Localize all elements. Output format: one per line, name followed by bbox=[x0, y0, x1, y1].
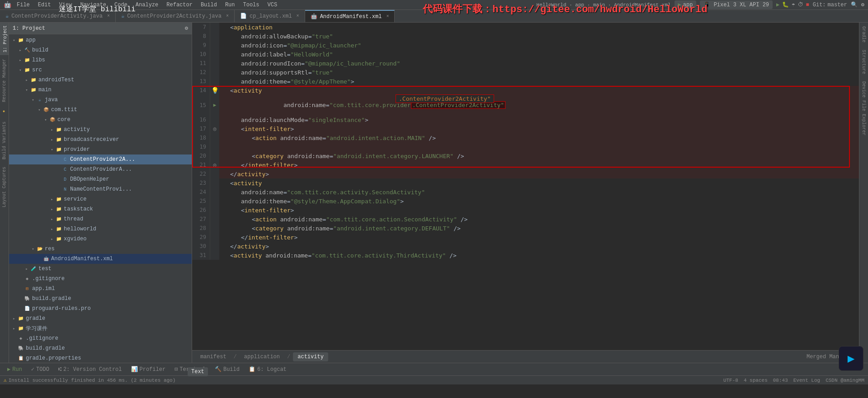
logcat-btn[interactable]: 📋 6: Logcat bbox=[245, 365, 290, 374]
tree-content-provider2[interactable]: ▸ C ContentProvider2A... bbox=[9, 155, 192, 164]
bilibili-button[interactable]: ▶ bbox=[839, 346, 863, 371]
tab-content-provider2-activity[interactable]: ☕ ContentProvider2Activity.java × bbox=[116, 10, 235, 22]
tree-xgvideo[interactable]: ▸ 📁 xgvideo bbox=[9, 234, 192, 244]
sidebar-build-variants[interactable]: Build Variants bbox=[1, 118, 8, 163]
project-tree[interactable]: ▾ 📁 app ▸ 🔨 build ▸ 📁 libs ▾ 📁 src bbox=[9, 34, 192, 363]
tree-activity[interactable]: ▸ 📁 activity bbox=[9, 125, 192, 135]
tree-main[interactable]: ▾ 📁 main bbox=[9, 85, 192, 95]
bottom-tab-activity[interactable]: activity bbox=[293, 352, 328, 361]
tab-close[interactable]: × bbox=[107, 14, 110, 19]
tree-arrow: ▸ bbox=[24, 266, 30, 272]
tree-build[interactable]: ▸ 🔨 build bbox=[9, 45, 192, 55]
code-area[interactable]: .ContentProvider2Activity" 7 <applicatio… bbox=[192, 23, 859, 350]
encoding-label[interactable]: UTF-8 bbox=[723, 378, 738, 383]
git-branch[interactable]: master bbox=[828, 2, 847, 8]
tree-android-test[interactable]: ▸ 📁 androidTest bbox=[9, 75, 192, 85]
tree-build-gradle[interactable]: ▸ 🐘 build.gradle bbox=[9, 294, 192, 304]
tab-cp-layout[interactable]: 📄 cp_layout.xml × bbox=[235, 10, 305, 22]
code-text: android:launchMode="singleInstance"> bbox=[223, 117, 368, 123]
indent-label[interactable]: 4 spaces bbox=[744, 378, 768, 383]
tree-content-provider[interactable]: ▸ C ContentProviderA... bbox=[9, 164, 192, 174]
code-editor[interactable]: .ContentProvider2Activity" 7 <applicatio… bbox=[192, 23, 859, 363]
tab-close[interactable]: × bbox=[297, 14, 299, 19]
tree-gitignore-root[interactable]: ▸ ◈ .gitignore bbox=[9, 333, 192, 343]
tree-src[interactable]: ▾ 📁 src bbox=[9, 65, 192, 75]
sidebar-project[interactable]: 1: Project bbox=[0, 23, 9, 55]
tree-thread[interactable]: ▸ 📁 thread bbox=[9, 214, 192, 224]
build-label: Build bbox=[223, 366, 240, 373]
event-log-label[interactable]: Event Log bbox=[793, 378, 820, 383]
sidebar-gradle[interactable]: Gradle bbox=[860, 23, 867, 46]
tree-name-content-provider[interactable]: ▸ N NameContentProvi... bbox=[9, 184, 192, 194]
code-line-16: 16 android:launchMode="singleInstance"> bbox=[192, 115, 859, 124]
profiler-btn[interactable]: 📊 Profiler bbox=[127, 365, 170, 374]
menu-code[interactable]: Code bbox=[111, 1, 131, 9]
tree-android-manifest[interactable]: ▸ 🤖 AndroidManifest.xml bbox=[9, 254, 192, 264]
tree-com-ttit[interactable]: ▾ 📦 com.ttit bbox=[9, 105, 192, 115]
tree-libs[interactable]: ▸ 📁 libs bbox=[9, 55, 192, 65]
menu-refactor[interactable]: Refactor bbox=[163, 1, 196, 9]
profile-button[interactable]: ⏱ bbox=[798, 1, 803, 8]
tree-provider[interactable]: ▾ 📁 provider bbox=[9, 145, 192, 155]
todo-btn[interactable]: ✓ TODO bbox=[28, 365, 53, 374]
tree-app-iml[interactable]: ▸ ⊞ app.iml bbox=[9, 284, 192, 294]
search-icon[interactable]: 🔍 bbox=[851, 1, 858, 8]
menu-run[interactable]: Run bbox=[222, 1, 239, 9]
text-tab-btn[interactable]: Text bbox=[188, 367, 208, 376]
tab-android-manifest[interactable]: 🤖 AndroidManifest.xml × bbox=[305, 10, 395, 22]
tree-test[interactable]: ▸ 🧪 test bbox=[9, 264, 192, 274]
tree-study-material[interactable]: ▸ 📁 学习课件 bbox=[9, 323, 192, 333]
menu-vcs[interactable]: VCS bbox=[264, 1, 281, 9]
tree-core[interactable]: ▾ 📦 core bbox=[9, 115, 192, 125]
tree-app[interactable]: ▾ 📁 app bbox=[9, 35, 192, 45]
tree-res[interactable]: ▾ 📂 res bbox=[9, 244, 192, 254]
menu-tools[interactable]: Tools bbox=[240, 1, 263, 9]
menu-view[interactable]: View bbox=[56, 1, 76, 9]
code-line-17: 17 ◎ <intent-filter> bbox=[192, 124, 859, 133]
menu-edit[interactable]: Edit bbox=[34, 1, 55, 9]
java-icon: ☕ bbox=[5, 13, 9, 19]
menu-analyze[interactable]: Analyze bbox=[132, 1, 162, 9]
menu-build[interactable]: Build bbox=[197, 1, 221, 9]
device-select[interactable]: 📱 Pixel 3 XL API 29 bbox=[700, 0, 773, 9]
tab-label: ContentProvider2Activity.java bbox=[127, 13, 222, 19]
tree-broadcast[interactable]: ▸ 📁 broadcastreceiver bbox=[9, 135, 192, 145]
tree-gitignore[interactable]: ▸ ◈ .gitignore bbox=[9, 274, 192, 284]
tab-close[interactable]: × bbox=[386, 14, 389, 19]
sidebar-structure[interactable]: Structure bbox=[860, 46, 867, 78]
sidebar-favorites[interactable]: ★ bbox=[1, 106, 8, 118]
tree-java[interactable]: ▾ ☕ java bbox=[9, 95, 192, 105]
tree-gradle-properties[interactable]: ▸ 📋 gradle.properties bbox=[9, 353, 192, 363]
tree-taskstack[interactable]: ▸ 📁 taskstack bbox=[9, 204, 192, 214]
run-button[interactable]: ▶ bbox=[776, 1, 779, 8]
line-number: 31 bbox=[192, 251, 210, 260]
bottom-tab-application[interactable]: application bbox=[240, 352, 284, 361]
sidebar-layout-captures[interactable]: Layout Captures bbox=[1, 163, 8, 211]
line-content: <application bbox=[219, 23, 859, 32]
sidebar-device-file-explorer[interactable]: Device File Explorer bbox=[860, 78, 867, 139]
debug-button[interactable]: 🐛 bbox=[782, 1, 789, 8]
tree-label: gradle bbox=[26, 315, 192, 322]
sidebar-resource-manager[interactable]: Resource Manager bbox=[1, 55, 8, 106]
tab-content-provider-activity[interactable]: ☕ ContentProviderActivity.java × bbox=[0, 10, 116, 22]
run-bottom-btn[interactable]: ▶ Run bbox=[4, 365, 26, 374]
menu-navigate[interactable]: Navigate bbox=[76, 1, 110, 9]
bottom-tab-manifest[interactable]: manifest bbox=[196, 352, 231, 361]
version-control-btn[interactable]: ⑆ 2: Version Control bbox=[55, 365, 126, 374]
tree-helloworld[interactable]: ▸ 📁 helloworld bbox=[9, 224, 192, 234]
build-btn[interactable]: 🔨 Build bbox=[211, 365, 243, 374]
tree-build-gradle-root[interactable]: ▸ 🐘 build.gradle bbox=[9, 343, 192, 353]
tab-close[interactable]: × bbox=[226, 14, 229, 19]
stop-button[interactable]: ■ bbox=[806, 2, 809, 8]
menu-file[interactable]: File bbox=[13, 1, 33, 9]
run-config[interactable]: ▶ app bbox=[675, 0, 697, 9]
project-settings-icon[interactable]: ⚙ bbox=[185, 25, 188, 32]
tree-service[interactable]: ▸ 📁 service bbox=[9, 194, 192, 204]
java-file-icon: N bbox=[61, 186, 69, 193]
tree-gradle-root[interactable]: ▸ 📁 gradle bbox=[9, 314, 192, 323]
line-content: android:allowBackup="true" bbox=[219, 32, 859, 41]
coverage-button[interactable]: ☂ bbox=[792, 1, 795, 8]
settings-icon[interactable]: ⚙ bbox=[861, 1, 864, 8]
tree-proguard[interactable]: ▸ 📄 proguard-rules.pro bbox=[9, 304, 192, 314]
tree-db-open-helper[interactable]: ▸ D DBOpenHelper bbox=[9, 174, 192, 184]
